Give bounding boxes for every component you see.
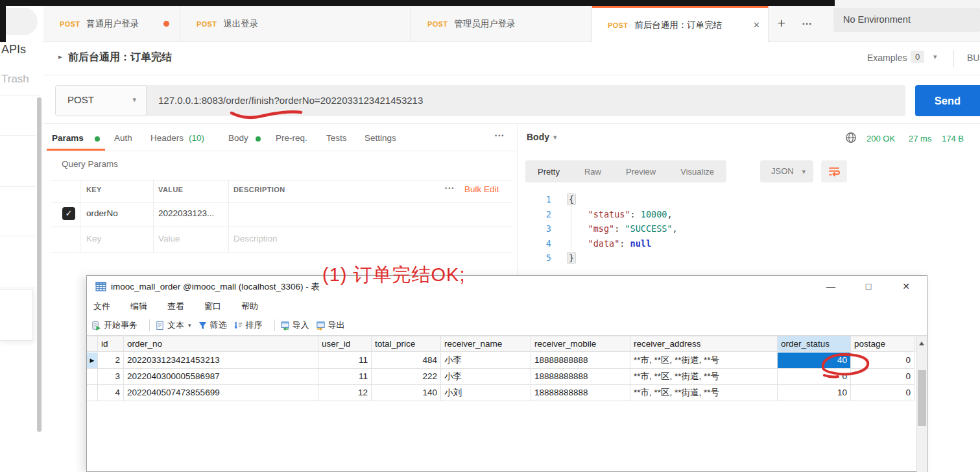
tab-headers[interactable]: Headers	[150, 133, 184, 143]
row-selector-icon[interactable]: ▶	[87, 353, 98, 369]
cell-postage[interactable]: 0	[851, 385, 914, 401]
cell-order-no[interactable]: 2022040507473855699	[124, 385, 318, 401]
close-button[interactable]: ✕	[895, 279, 917, 294]
view-raw[interactable]: Raw	[572, 167, 614, 177]
text-view-button[interactable]: 文本 ▾	[155, 319, 191, 331]
column-header-order-no[interactable]: order_no	[124, 336, 318, 352]
grid-corner-cell[interactable]	[87, 336, 98, 352]
tab-tests[interactable]: Tests	[326, 133, 347, 143]
tab-auth[interactable]: Auth	[114, 133, 132, 143]
cell-order-status[interactable]: 10	[778, 385, 851, 401]
param-description-placeholder[interactable]: Description	[233, 234, 278, 243]
cell-postage[interactable]: 0	[851, 353, 914, 369]
cell-receiver-address[interactable]: **市, **区, **街道, **号	[630, 385, 778, 401]
begin-transaction-button[interactable]: 开始事务	[91, 319, 137, 331]
cell-id[interactable]: 3	[98, 369, 124, 385]
column-header-user-id[interactable]: user_id	[318, 336, 372, 352]
cell-order-status-selected[interactable]: 40	[778, 353, 851, 369]
param-checkbox[interactable]: ✓	[62, 207, 75, 220]
column-header-receiver-address[interactable]: receiver_address	[630, 336, 778, 352]
column-header-order-status[interactable]: order_status	[778, 336, 851, 352]
collapse-arrow-icon[interactable]: ▸	[58, 53, 62, 61]
cell-total-price[interactable]: 484	[372, 353, 441, 369]
tab-logout[interactable]: POST 退出登录	[181, 6, 411, 42]
column-header-postage[interactable]: postage	[851, 336, 914, 352]
table-row[interactable]: 3 2022040300005586987 11 222 小李 18888888…	[87, 369, 916, 385]
menu-window[interactable]: 窗口	[204, 297, 221, 316]
cell-receiver-address[interactable]: **市, **区, **街道, **号	[630, 369, 778, 385]
request-tabs-more-icon[interactable]: •••	[495, 132, 505, 139]
cell-receiver-mobile[interactable]: 18888888888	[531, 385, 630, 401]
cell-receiver-name[interactable]: 小李	[441, 369, 531, 385]
cell-user-id[interactable]: 11	[318, 369, 372, 385]
send-button[interactable]: Send	[915, 85, 980, 116]
scrollbar-thumb[interactable]	[918, 370, 926, 426]
sidebar-item-trash[interactable]: Trash	[1, 73, 29, 86]
column-header-id[interactable]: id	[98, 336, 124, 352]
column-header-receiver-name[interactable]: receiver_name	[441, 336, 531, 352]
cell-order-status[interactable]: 0	[778, 369, 851, 385]
grid-scrollbar[interactable]	[916, 336, 927, 472]
param-key-placeholder[interactable]: Key	[86, 234, 101, 243]
import-button[interactable]: 导入	[280, 319, 309, 331]
scroll-up-icon[interactable]	[919, 342, 924, 345]
chevron-down-icon[interactable]: ▾	[553, 133, 557, 142]
param-key-field[interactable]: orderNo	[86, 208, 118, 218]
bulk-edit-button[interactable]: Bulk Edit	[464, 184, 499, 194]
row-selector[interactable]	[87, 369, 98, 385]
cell-postage[interactable]: 0	[851, 369, 914, 385]
params-more-icon[interactable]: •••	[445, 185, 455, 192]
new-tab-button[interactable]: +	[771, 14, 792, 34]
export-button[interactable]: 导出	[316, 319, 345, 331]
view-visualize[interactable]: Visualize	[668, 167, 726, 177]
tab-params[interactable]: Params	[52, 133, 84, 143]
response-body-label[interactable]: Body	[527, 132, 549, 142]
cell-total-price[interactable]: 140	[372, 385, 441, 401]
url-input[interactable]: 127.0.0.1:8083/order/finish?orderNo=2022…	[147, 85, 905, 116]
cell-receiver-address[interactable]: **市, **区, **街道, **号	[630, 353, 778, 369]
tab-body[interactable]: Body	[228, 133, 248, 143]
tab-pre-request[interactable]: Pre-req.	[276, 133, 307, 143]
tab-admin-login[interactable]: POST 管理员用户登录	[412, 6, 592, 42]
tab-order-finish-active[interactable]: POST 前后台通用：订单完结 ✕	[592, 6, 769, 42]
minimize-button[interactable]: —	[820, 279, 842, 294]
cell-receiver-name[interactable]: 小李	[441, 353, 531, 369]
menu-edit[interactable]: 编辑	[130, 297, 147, 316]
cell-receiver-mobile[interactable]: 18888888888	[531, 369, 630, 385]
table-row[interactable]: 4 2022040507473855699 12 140 小刘 18888888…	[87, 385, 916, 401]
column-header-receiver-mobile[interactable]: receiver_mobile	[531, 336, 630, 352]
close-tab-icon[interactable]: ✕	[753, 20, 760, 30]
examples-label[interactable]: Examples	[867, 53, 907, 63]
row-selector[interactable]	[87, 385, 98, 401]
table-row[interactable]: ▶ 2 2022033123421453213 11 484 小李 188888…	[87, 353, 916, 369]
maximize-button[interactable]: □	[857, 279, 879, 294]
param-value-placeholder[interactable]: Value	[158, 234, 180, 243]
view-preview[interactable]: Preview	[614, 167, 668, 177]
sidebar-item-apis[interactable]: APIs	[1, 43, 26, 56]
method-selector[interactable]: POST ▾	[55, 85, 147, 116]
menu-view[interactable]: 查看	[167, 297, 184, 316]
tab-settings[interactable]: Settings	[365, 133, 396, 143]
tab-user-login[interactable]: POST 普通用户登录	[44, 6, 180, 42]
tab-options-icon[interactable]: •••	[796, 15, 819, 33]
wrap-text-button[interactable]	[821, 160, 847, 182]
sort-button[interactable]: 排序	[233, 319, 263, 331]
view-pretty[interactable]: Pretty	[525, 167, 572, 177]
column-header-total-price[interactable]: total_price	[372, 336, 441, 352]
param-value-field[interactable]: 2022033123...	[158, 208, 214, 218]
cell-total-price[interactable]: 222	[372, 369, 441, 385]
cell-id[interactable]: 4	[98, 385, 124, 401]
response-format-selector[interactable]: JSON ▾	[760, 160, 813, 182]
cell-user-id[interactable]: 11	[318, 353, 372, 369]
cell-order-no[interactable]: 2022033123421453213	[124, 353, 318, 369]
cell-order-no[interactable]: 2022040300005586987	[124, 369, 318, 385]
chevron-down-icon[interactable]: ▾	[933, 53, 937, 61]
sidebar-scrollbar[interactable]	[37, 97, 42, 432]
cell-receiver-mobile[interactable]: 18888888888	[531, 353, 630, 369]
environment-selector[interactable]: No Environment	[833, 8, 980, 32]
menu-help[interactable]: 帮助	[241, 297, 258, 316]
cell-receiver-name[interactable]: 小刘	[441, 385, 531, 401]
cell-id[interactable]: 2	[98, 353, 124, 369]
cell-user-id[interactable]: 12	[318, 385, 372, 401]
filter-button[interactable]: 筛选	[198, 319, 227, 331]
